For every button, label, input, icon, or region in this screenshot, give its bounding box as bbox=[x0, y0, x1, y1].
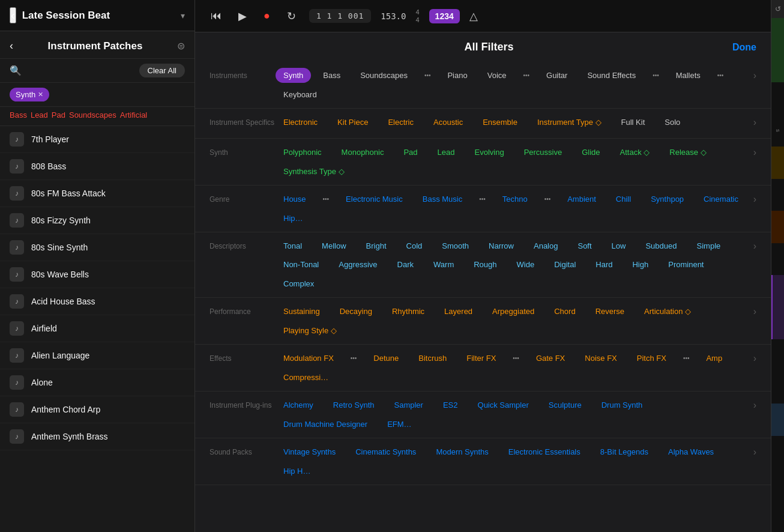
chip-quick-sampler[interactable]: Quick Sampler bbox=[470, 397, 537, 413]
chip-gate-fx[interactable]: Gate FX bbox=[528, 351, 573, 366]
secondary-filter-lead[interactable]: Lead bbox=[31, 110, 48, 119]
chevron-right-icon[interactable]: › bbox=[753, 351, 756, 364]
chip-rhythmic[interactable]: Rhythmic bbox=[384, 304, 432, 319]
secondary-filter-bass[interactable]: Bass bbox=[10, 110, 27, 119]
chip-more-genre1[interactable]: ••• bbox=[318, 193, 334, 205]
chip-chill[interactable]: Chill bbox=[608, 192, 639, 207]
chip-alchemy[interactable]: Alchemy bbox=[276, 397, 321, 413]
secondary-filter-artificial[interactable]: Artificial bbox=[120, 110, 148, 119]
list-item[interactable]: ♪ 808 Bass bbox=[0, 153, 194, 180]
chip-techno[interactable]: Techno bbox=[495, 192, 535, 207]
chip-polyphonic[interactable]: Polyphonic bbox=[276, 145, 330, 160]
chip-prominent[interactable]: Prominent bbox=[660, 257, 711, 272]
chip-chord[interactable]: Chord bbox=[546, 304, 583, 319]
chip-ensemble[interactable]: Ensemble bbox=[475, 115, 525, 130]
chip-monophonic[interactable]: Monophonic bbox=[334, 145, 392, 160]
chip-alpha-waves[interactable]: Alpha Waves bbox=[660, 444, 722, 459]
chip-aggressive[interactable]: Aggressive bbox=[331, 257, 385, 272]
chip-solo[interactable]: Solo bbox=[657, 115, 688, 130]
chip-more-genre2[interactable]: ••• bbox=[474, 193, 490, 205]
rewind-button[interactable]: ⏮ bbox=[207, 7, 225, 25]
list-item[interactable]: ♪ 80s Sine Synth bbox=[0, 234, 194, 261]
play-button[interactable]: ▶ bbox=[235, 7, 250, 25]
chip-more-eff1[interactable]: ••• bbox=[346, 352, 362, 364]
chevron-right-icon[interactable]: › bbox=[753, 238, 756, 252]
chip-mellow[interactable]: Mellow bbox=[314, 238, 354, 253]
chip-full-kit[interactable]: Full Kit bbox=[614, 115, 653, 130]
chip-dark[interactable]: Dark bbox=[390, 257, 421, 272]
chevron-right-icon[interactable]: › bbox=[753, 444, 756, 458]
chip-noise-fx[interactable]: Noise FX bbox=[577, 351, 624, 366]
chip-rough[interactable]: Rough bbox=[466, 257, 504, 272]
chip-es2[interactable]: ES2 bbox=[435, 397, 466, 413]
chip-keyboard[interactable]: Keyboard bbox=[276, 87, 325, 102]
sidebar-back-button[interactable]: ‹ bbox=[10, 7, 16, 23]
chip-more-eff3[interactable]: ••• bbox=[678, 352, 695, 364]
record-button[interactable]: ● bbox=[260, 7, 274, 25]
chip-release[interactable]: Release ◇ bbox=[662, 145, 714, 160]
chip-more-genre3[interactable]: ••• bbox=[540, 193, 556, 205]
list-item[interactable]: ♪ Alien Language bbox=[0, 342, 194, 369]
chip-high[interactable]: High bbox=[624, 257, 656, 272]
chip-evolving[interactable]: Evolving bbox=[467, 145, 512, 160]
chip-playing-style[interactable]: Playing Style ◇ bbox=[276, 323, 345, 338]
chip-electronic-essentials[interactable]: Electronic Essentials bbox=[501, 444, 588, 459]
chip-amp[interactable]: Amp bbox=[698, 351, 730, 366]
chip-bitcrush[interactable]: Bitcrush bbox=[411, 351, 454, 366]
project-dropdown-icon[interactable]: ▾ bbox=[181, 11, 185, 20]
chip-glide[interactable]: Glide bbox=[574, 145, 608, 160]
chip-layered[interactable]: Layered bbox=[436, 304, 480, 319]
chip-analog[interactable]: Analog bbox=[526, 238, 565, 253]
chip-cinematic-synths[interactable]: Cinematic Synths bbox=[348, 444, 424, 459]
chip-electronic[interactable]: Electronic bbox=[276, 115, 325, 130]
chip-filter-fx[interactable]: Filter FX bbox=[459, 351, 504, 366]
chip-compress[interactable]: Compressi… bbox=[276, 370, 336, 385]
chip-sustaining[interactable]: Sustaining bbox=[276, 304, 328, 319]
chip-cinematic[interactable]: Cinematic bbox=[696, 192, 746, 207]
chip-cold[interactable]: Cold bbox=[399, 238, 430, 253]
close-icon[interactable]: ✕ bbox=[38, 91, 43, 98]
list-item[interactable]: ♪ Acid House Bass bbox=[0, 288, 194, 315]
chip-more-2[interactable]: ••• bbox=[519, 69, 535, 82]
scroll-back-button[interactable]: ↺ bbox=[771, 0, 784, 18]
chip-soft[interactable]: Soft bbox=[570, 238, 599, 253]
sort-icon[interactable]: ⊜ bbox=[177, 40, 185, 52]
chip-attack[interactable]: Attack ◇ bbox=[612, 145, 658, 160]
chip-hip-h[interactable]: Hip H… bbox=[276, 464, 319, 479]
chevron-right-icon[interactable]: › bbox=[753, 68, 756, 81]
chip-house[interactable]: House bbox=[276, 192, 314, 207]
chip-arpeggiated[interactable]: Arpeggiated bbox=[484, 304, 542, 319]
secondary-filter-soundscapes[interactable]: Soundscapes bbox=[69, 110, 116, 119]
chip-drum-machine[interactable]: Drum Machine Designer bbox=[276, 417, 375, 432]
chip-hard[interactable]: Hard bbox=[588, 257, 620, 272]
chip-complex[interactable]: Complex bbox=[276, 276, 322, 291]
chip-bright[interactable]: Bright bbox=[358, 238, 394, 253]
chip-percussive[interactable]: Percussive bbox=[516, 145, 570, 160]
chip-wide[interactable]: Wide bbox=[509, 257, 543, 272]
chip-pad[interactable]: Pad bbox=[396, 145, 425, 160]
chevron-right-icon[interactable]: › bbox=[753, 192, 756, 205]
chip-acoustic[interactable]: Acoustic bbox=[426, 115, 471, 130]
list-item[interactable]: ♪ 80s Wave Bells bbox=[0, 261, 194, 288]
chip-hip[interactable]: Hip… bbox=[276, 211, 311, 226]
chip-more-eff2[interactable]: ••• bbox=[508, 352, 524, 364]
chip-more-3[interactable]: ••• bbox=[648, 69, 664, 82]
chip-warm[interactable]: Warm bbox=[426, 257, 462, 272]
active-filter-synth[interactable]: Synth ✕ bbox=[10, 88, 49, 101]
chip-non-tonal[interactable]: Non-Tonal bbox=[276, 257, 327, 272]
chip-mallets[interactable]: Mallets bbox=[668, 68, 708, 83]
clear-all-button[interactable]: Clear All bbox=[139, 64, 185, 77]
chip-electronic-music[interactable]: Electronic Music bbox=[338, 192, 411, 207]
list-item[interactable]: ♪ Airfield bbox=[0, 315, 194, 342]
chip-ambient[interactable]: Ambient bbox=[559, 192, 604, 207]
count-in-button[interactable]: 1234 bbox=[429, 9, 460, 23]
chip-synthpop[interactable]: Synthpop bbox=[643, 192, 692, 207]
chip-modern-synths[interactable]: Modern Synths bbox=[428, 444, 496, 459]
chip-synthesis-type[interactable]: Synthesis Type ◇ bbox=[276, 164, 352, 179]
chip-digital[interactable]: Digital bbox=[546, 257, 583, 272]
chip-low[interactable]: Low bbox=[604, 238, 634, 253]
loop-button[interactable]: ↻ bbox=[283, 7, 300, 25]
chip-sampler[interactable]: Sampler bbox=[387, 397, 431, 413]
chevron-right-icon[interactable]: › bbox=[753, 145, 756, 158]
chip-tonal[interactable]: Tonal bbox=[276, 238, 310, 253]
